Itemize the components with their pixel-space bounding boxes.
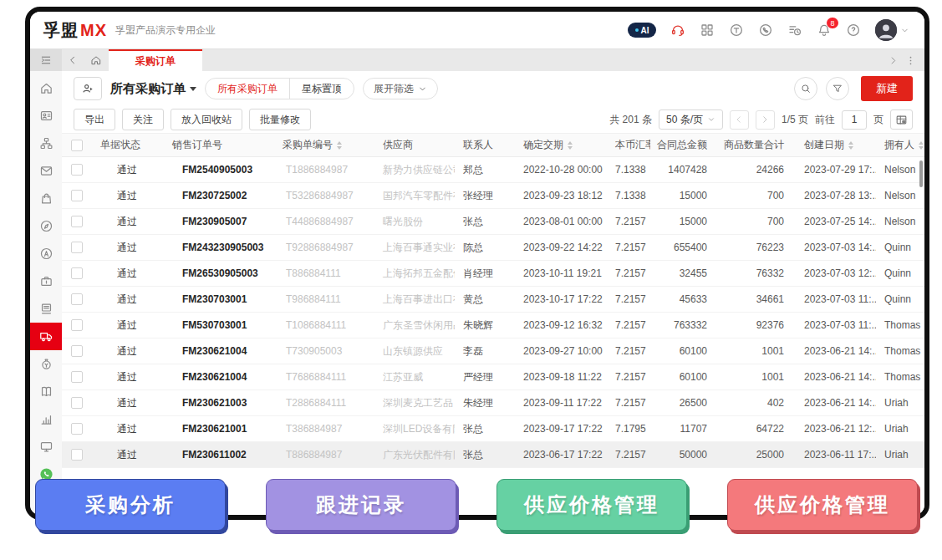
sort-icon[interactable] <box>337 141 342 150</box>
tab-more-button[interactable] <box>905 55 916 66</box>
avatar[interactable] <box>875 19 897 41</box>
row-checkbox[interactable] <box>71 164 83 176</box>
help-icon[interactable] <box>846 23 861 38</box>
row-checkbox[interactable] <box>71 293 83 305</box>
sidebar-item-monitor[interactable] <box>30 433 62 461</box>
table-row[interactable]: 通过FM2540905003T1886884987新势力供应链公司郑总2022-… <box>62 157 924 183</box>
column-header[interactable]: 确定交期 <box>515 138 607 152</box>
collapse-sidebar-button[interactable] <box>30 49 62 71</box>
cell-delivery-date: 2023-10-11 19:21 <box>515 267 607 279</box>
row-checkbox[interactable] <box>71 397 83 409</box>
table-row[interactable]: 通过FM230621001T386884987深圳LED设备有限...张总202… <box>62 416 924 442</box>
scrollbar-thumb[interactable] <box>919 160 923 187</box>
table-row[interactable]: 通过FM530703001T1086884111广东圣雪休闲用品...朱晓辉20… <box>62 313 924 339</box>
row-checkbox[interactable] <box>71 371 83 383</box>
cell-owner: Quinn <box>876 293 923 305</box>
sort-icon[interactable] <box>848 141 853 150</box>
sidebar-item-mail[interactable] <box>30 157 62 185</box>
sidebar-item-briefcase[interactable] <box>30 267 62 295</box>
column-header[interactable]: 创建日期 <box>796 138 876 152</box>
row-checkbox[interactable] <box>71 267 83 279</box>
ai-badge-icon[interactable]: AI <box>628 23 656 38</box>
apps-grid-icon[interactable] <box>700 23 715 38</box>
tab-back-button[interactable] <box>62 49 84 71</box>
cell-owner: Uriah <box>876 423 923 435</box>
sidebar-item-quotation-doc[interactable] <box>30 295 62 323</box>
sort-icon[interactable] <box>568 141 573 150</box>
next-page-button[interactable] <box>756 110 775 130</box>
row-checkbox[interactable] <box>71 449 83 461</box>
bell-icon[interactable]: 8 <box>817 23 832 38</box>
goto-page-input[interactable] <box>842 110 867 130</box>
table-row[interactable]: 通过FM230725002T53286884987国邦汽车零配件有...张经理2… <box>62 183 924 209</box>
sidebar-item-shopping-bag[interactable] <box>30 185 62 212</box>
expand-filter-button[interactable]: 展开筛选 <box>363 78 438 99</box>
column-header[interactable]: 拥有人 <box>876 138 923 152</box>
quick-filter-starred[interactable]: 星标置顶 <box>290 79 354 99</box>
cell-purchase-no: T986884111 <box>274 293 374 305</box>
row-checkbox[interactable] <box>71 319 83 331</box>
row-checkbox[interactable] <box>71 423 83 435</box>
footer-button-1[interactable]: 采购分析 <box>35 479 226 531</box>
table-row[interactable]: 通过FM230621003T2886884111深圳麦克工艺品朱经理2023-0… <box>62 390 924 416</box>
cell-rate: 7.2157 <box>607 397 650 409</box>
table-row[interactable]: 通过FM230703001T986884111上海百事进出口有...黄总2023… <box>62 287 924 313</box>
table-row[interactable]: 通过FM230621004T730905003山东镇源供应李磊2023-09-2… <box>62 339 924 364</box>
sidebar-item-org-structure[interactable] <box>30 130 62 157</box>
sidebar-item-money-bag[interactable] <box>30 350 62 378</box>
row-checkbox[interactable] <box>71 242 83 253</box>
column-header[interactable]: 采购单编号 <box>274 138 374 152</box>
row-checkbox[interactable] <box>71 190 83 201</box>
export-button[interactable]: 导出 <box>74 109 115 130</box>
filter-funnel-button[interactable] <box>826 77 849 100</box>
batch-edit-button[interactable]: 批量修改 <box>249 109 311 130</box>
cell-owner: Uriah <box>876 449 923 461</box>
prev-page-button[interactable] <box>730 110 749 130</box>
table-row[interactable]: 通过FM26530905003T886884111上海拓邦五金配件...肖经理2… <box>62 261 924 287</box>
page-size-select[interactable]: 50 条/页 <box>659 109 723 130</box>
translate-circle-icon[interactable] <box>729 23 744 38</box>
create-button[interactable]: 新建 <box>861 76 913 101</box>
sidebar-item-truck[interactable] <box>30 323 62 350</box>
sidebar-item-home[interactable] <box>30 74 62 102</box>
cell-rate: 7.2157 <box>607 371 650 383</box>
tab-home-button[interactable] <box>84 49 109 71</box>
pagination: 共 201 条 50 条/页 1/5 页 前往 页 <box>609 109 913 130</box>
sidebar-item-contact-card[interactable] <box>30 102 62 130</box>
footer-button-4[interactable]: 供应价格管理 <box>727 479 918 531</box>
cell-quantity: 92376 <box>719 319 796 331</box>
cell-delivery-date: 2023-09-23 18:12 <box>515 190 607 201</box>
tab-forward-button[interactable] <box>888 55 899 66</box>
view-title-dropdown[interactable]: 所有采购订单 <box>110 81 196 97</box>
column-settings-button[interactable] <box>890 109 913 130</box>
footer-button-3[interactable]: 供应价格管理 <box>496 479 687 531</box>
table-header-row: 单据状态销售订单号采购单编号供应商联系人确定交期本币汇率合同总金额商品数量合计创… <box>62 133 924 157</box>
select-all-checkbox[interactable] <box>71 140 83 151</box>
headset-icon[interactable] <box>670 23 685 38</box>
sidebar-item-compass[interactable] <box>30 212 62 240</box>
table-row[interactable]: 通过FM230611002T886884987广东光伏配件有限...张总2023… <box>62 442 924 468</box>
row-checkbox[interactable] <box>71 216 83 227</box>
sidebar-item-marketing-a[interactable] <box>30 240 62 267</box>
phone-circle-icon[interactable] <box>758 23 773 38</box>
table-row[interactable]: 通过FM230621004T7686884111江苏亚威严经理2023-09-1… <box>62 364 924 390</box>
quick-filter-all[interactable]: 所有采购订单 <box>206 79 290 99</box>
cell-sales-no: FM230905007 <box>164 216 274 227</box>
cell-supplier: 山东镇源供应 <box>374 344 455 359</box>
search-button[interactable] <box>794 77 817 100</box>
table-row[interactable]: 通过FM230905007T44886884987曙光股份张总2023-08-0… <box>62 209 924 235</box>
user-menu[interactable] <box>875 19 909 41</box>
row-checkbox[interactable] <box>71 345 83 357</box>
cell-amount: 60100 <box>650 371 719 383</box>
follow-button[interactable]: 关注 <box>122 109 164 130</box>
sidebar-item-bar-chart[interactable] <box>30 405 62 433</box>
scope-selector-button[interactable] <box>74 77 102 100</box>
table-row[interactable]: 通过FM243230905003T92886884987上海百事通实业有...陈… <box>62 235 924 261</box>
tab-purchase-orders[interactable]: 采购订单 <box>109 49 202 71</box>
footer-button-2[interactable]: 跟进记录 <box>266 479 456 531</box>
tasks-clock-icon[interactable] <box>787 23 802 38</box>
sort-icon[interactable] <box>919 141 923 150</box>
recycle-bin-button[interactable]: 放入回收站 <box>171 109 242 130</box>
cell-amount: 45633 <box>650 293 719 305</box>
sidebar-item-ledger-book[interactable] <box>30 378 62 405</box>
